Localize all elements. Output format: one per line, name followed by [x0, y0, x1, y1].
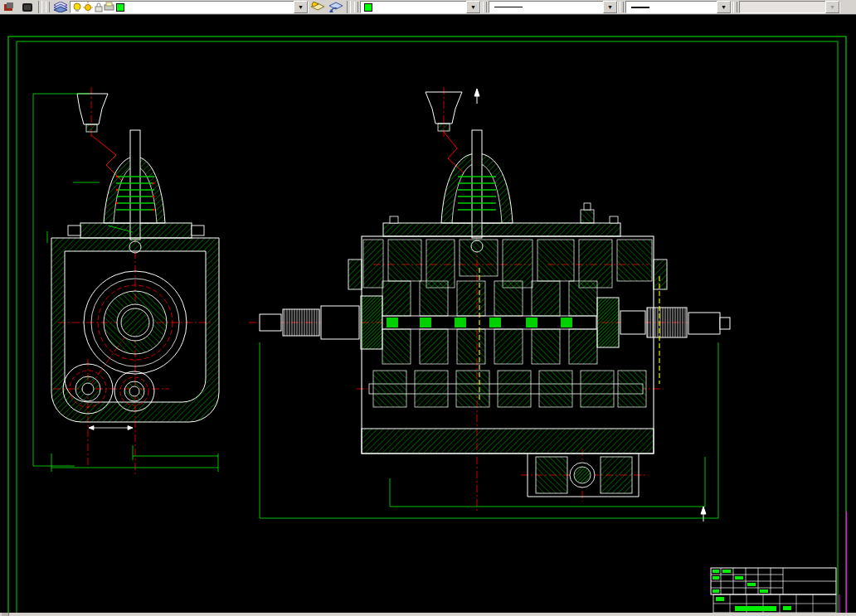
toolbar-grip[interactable]	[733, 2, 737, 12]
statusbar-edge	[0, 613, 856, 616]
lineweight-combo-dropdown-arrow[interactable]: ▼	[717, 1, 731, 13]
layer-combo-dropdown-arrow[interactable]: ▼	[294, 1, 308, 13]
layer-freeze-sun-icon	[83, 2, 94, 12]
toolbar-grip[interactable]	[354, 2, 358, 12]
layer-on-bulb-icon	[72, 2, 83, 12]
linetype-combo-dropdown-arrow[interactable]: ▼	[603, 1, 617, 13]
layer-combo[interactable]: ▼	[70, 1, 309, 13]
toolbar-grip[interactable]	[46, 2, 50, 12]
layer-previous-button[interactable]	[328, 1, 344, 13]
toolbar-grip[interactable]	[483, 2, 487, 12]
object-properties-toolbar: ▼ ▼ ▼	[0, 0, 856, 15]
lineweight-sample	[631, 7, 649, 8]
make-layer-current-icon	[311, 2, 324, 12]
title-block	[711, 568, 836, 613]
color-combo-dropdown-arrow[interactable]: ▼	[466, 1, 480, 13]
color-control-combo[interactable]: ▼	[360, 1, 481, 13]
make-object-layer-current-button[interactable]	[309, 1, 326, 13]
plotstyle-control-combo: ▼	[739, 1, 840, 13]
app-window: ▼ ▼ ▼	[0, 0, 856, 616]
toolbar-icon-left-a[interactable]	[1, 1, 17, 13]
toolbar-separator	[38, 1, 42, 13]
layer-plot-icon	[104, 2, 114, 12]
plotstyle-combo-dropdown-arrow: ▼	[825, 1, 839, 13]
layer-manager-button[interactable]	[52, 1, 69, 13]
center-view-section-b-b	[249, 87, 730, 521]
layer-previous-icon	[329, 2, 343, 12]
current-color-swatch	[364, 3, 372, 12]
cad-drawing	[0, 14, 856, 616]
left-view-section-a-a	[33, 87, 219, 477]
model-space-canvas[interactable]	[0, 14, 856, 613]
layer-lock-icon	[94, 2, 104, 12]
toolbar-grip[interactable]	[620, 2, 624, 12]
scrollbar-nub[interactable]	[2, 613, 9, 616]
linetype-control-combo[interactable]: ▼	[489, 1, 618, 13]
layers-icon	[54, 2, 67, 12]
linetype-sample	[494, 7, 523, 7]
lineweight-control-combo[interactable]: ▼	[625, 1, 732, 13]
misc-icon	[22, 2, 33, 12]
layer-color-swatch	[116, 3, 124, 12]
misc-icon	[3, 2, 15, 12]
toolbar-icon-left-b[interactable]	[19, 1, 36, 13]
toolbar-separator	[347, 1, 351, 13]
